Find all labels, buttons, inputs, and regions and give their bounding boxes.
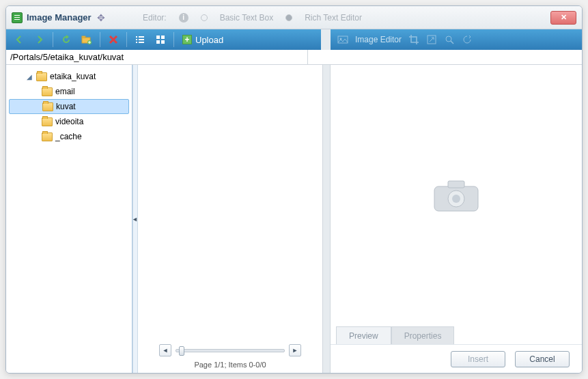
back-button[interactable]: [12, 32, 27, 47]
next-page-button[interactable]: ►: [289, 344, 301, 356]
svg-rect-4: [139, 36, 144, 38]
tree-node-cache[interactable]: _cache: [6, 129, 132, 144]
folder-icon: [42, 117, 53, 126]
tree-label: etaika_kuvat: [50, 72, 96, 81]
resize-icon[interactable]: [426, 34, 437, 45]
svg-rect-5: [136, 39, 137, 40]
tree-label: _cache: [55, 132, 82, 141]
new-folder-button[interactable]: [79, 32, 94, 47]
preview-tabs: Preview Properties: [331, 326, 582, 344]
tree-node-kuvat[interactable]: kuvat: [9, 99, 129, 114]
app-icon: [12, 12, 23, 23]
tree-label: kuvat: [56, 102, 76, 111]
crop-icon[interactable]: [408, 34, 419, 45]
refresh-button[interactable]: [59, 32, 74, 47]
basic-text-label: Basic Text Box: [220, 13, 273, 23]
folder-tree: ◢ etaika_kuvat email kuvat videoita _cac…: [6, 65, 132, 373]
svg-point-16: [446, 36, 451, 42]
upload-button[interactable]: + Upload: [180, 35, 226, 45]
cancel-button[interactable]: Cancel: [515, 351, 570, 367]
window-title: Image Manager: [27, 12, 92, 23]
prev-page-button[interactable]: ◄: [159, 344, 171, 356]
folder-icon: [42, 102, 53, 111]
tree-node-videoita[interactable]: videoita: [6, 114, 132, 129]
forward-button[interactable]: [32, 32, 47, 47]
radio-rich[interactable]: [285, 14, 292, 21]
dialog-buttons: Insert Cancel: [331, 344, 582, 373]
pager-status: Page 1/1; Items 0-0/0: [138, 359, 322, 373]
file-list-pane: ◄ ► Page 1/1; Items 0-0/0: [138, 65, 322, 373]
radio-basic[interactable]: [201, 14, 208, 21]
path-input[interactable]: [6, 50, 308, 64]
editor-label: Editor:: [143, 13, 167, 23]
image-manager-dialog: Image Manager ✥ Editor: i Basic Text Box…: [5, 5, 583, 374]
upload-label: Upload: [195, 35, 223, 45]
svg-point-20: [452, 195, 460, 203]
svg-rect-6: [139, 39, 144, 40]
delete-button[interactable]: [106, 32, 121, 47]
preview-area: [331, 65, 582, 326]
info-icon: i: [179, 13, 188, 23]
folder-icon: [36, 72, 47, 81]
zoom-icon[interactable]: [444, 34, 455, 45]
image-editor-icon: [337, 34, 348, 45]
svg-rect-18: [448, 181, 464, 188]
close-button[interactable]: ✕: [550, 11, 576, 25]
editor-mode-row: Editor: i Basic Text Box Rich Text Edito…: [143, 13, 362, 23]
folder-icon: [42, 132, 53, 141]
preview-pane: Preview Properties Insert Cancel: [331, 65, 582, 373]
svg-rect-10: [161, 36, 165, 39]
splitter-handle[interactable]: [132, 65, 138, 373]
camera-placeholder-icon: [429, 174, 484, 218]
file-list[interactable]: [138, 65, 322, 341]
svg-rect-9: [156, 36, 160, 39]
svg-rect-12: [161, 40, 165, 44]
slider-thumb[interactable]: [179, 346, 184, 356]
svg-rect-1: [82, 36, 85, 38]
pane-gap: [322, 65, 331, 373]
tab-properties[interactable]: Properties: [391, 326, 455, 344]
svg-rect-3: [136, 36, 137, 38]
path-bar: [6, 50, 582, 65]
tree-label: email: [55, 87, 75, 96]
tab-preview[interactable]: Preview: [336, 326, 391, 344]
tree-node-email[interactable]: email: [6, 84, 132, 99]
move-icon[interactable]: ✥: [95, 12, 107, 24]
grid-view-button[interactable]: [153, 32, 168, 47]
svg-rect-8: [139, 42, 144, 43]
titlebar[interactable]: Image Manager ✥ Editor: i Basic Text Box…: [6, 6, 582, 29]
svg-rect-11: [156, 40, 160, 44]
pager: ◄ ►: [138, 341, 322, 359]
tree-node-root[interactable]: ◢ etaika_kuvat: [6, 69, 132, 84]
plus-icon: +: [182, 35, 192, 44]
insert-button[interactable]: Insert: [451, 351, 505, 367]
toolbar: + Upload Image Editor: [6, 29, 582, 50]
folder-icon: [42, 87, 53, 96]
collapse-icon[interactable]: ◢: [27, 73, 33, 81]
image-editor-label: Image Editor: [355, 35, 402, 44]
list-view-button[interactable]: [132, 32, 148, 47]
rotate-icon[interactable]: [462, 34, 473, 45]
tree-label: videoita: [55, 117, 83, 126]
svg-rect-7: [136, 42, 137, 43]
rich-text-label: Rich Text Editor: [305, 13, 362, 23]
size-slider[interactable]: [176, 349, 285, 352]
